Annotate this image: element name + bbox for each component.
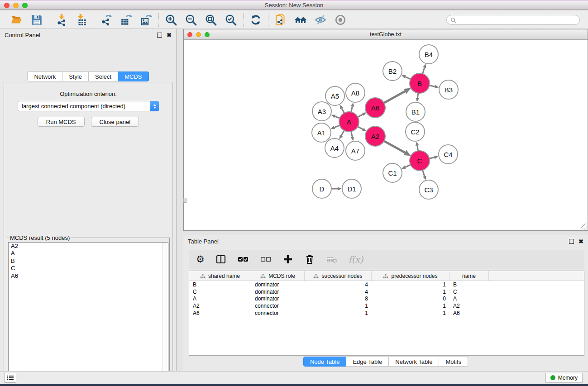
graph-node-C3[interactable]: C3 xyxy=(419,180,438,199)
import-table-icon[interactable] xyxy=(75,14,88,26)
tab-edge-table[interactable]: Edge Table xyxy=(346,357,389,367)
zoom-selected-icon[interactable] xyxy=(225,14,237,26)
graph-edge[interactable] xyxy=(358,114,363,117)
export-network-icon[interactable] xyxy=(100,14,113,26)
zoom-in-icon[interactable] xyxy=(165,14,177,26)
close-panel-button[interactable]: Close panel xyxy=(91,117,139,127)
table-row[interactable]: Cdominator41C xyxy=(189,288,584,295)
select-all-checkboxes-icon[interactable] xyxy=(237,253,249,265)
graph-edge[interactable] xyxy=(429,85,435,86)
table-cell[interactable]: connector xyxy=(251,310,305,316)
zoom-fit-icon[interactable] xyxy=(205,14,217,26)
graph-edge[interactable] xyxy=(383,91,405,103)
table-cell[interactable]: 1 xyxy=(305,303,372,309)
column-header[interactable]: name xyxy=(449,271,489,281)
graph-edge[interactable] xyxy=(335,125,340,128)
graph-node-A4[interactable]: A4 xyxy=(325,138,344,157)
float-panel-icon[interactable] xyxy=(157,33,162,38)
search-input[interactable] xyxy=(456,17,576,23)
table-cell[interactable]: 4 xyxy=(305,281,372,288)
tab-network-table[interactable]: Network Table xyxy=(389,357,439,367)
table-cell[interactable]: A xyxy=(449,295,489,302)
graph-node-D1[interactable]: D1 xyxy=(342,179,361,198)
table-cell[interactable]: 0 xyxy=(372,295,449,302)
result-list-item[interactable]: A6 xyxy=(9,272,168,280)
memory-button[interactable]: Memory xyxy=(545,373,583,383)
graph-edge[interactable] xyxy=(351,131,352,137)
graph-node-C[interactable]: C xyxy=(410,151,430,171)
network-window-titlebar[interactable]: testGlobe.txt xyxy=(184,29,588,40)
table-cell[interactable]: A6 xyxy=(449,310,489,316)
tab-motifs[interactable]: Motifs xyxy=(439,357,468,367)
gear-icon[interactable]: ⚙ xyxy=(196,253,205,265)
table-cell[interactable]: dominator xyxy=(251,289,305,295)
tab-network[interactable]: Network xyxy=(27,71,62,81)
criterion-select[interactable]: largest connected component (directed) xyxy=(18,101,159,111)
result-scrollbar[interactable] xyxy=(162,243,168,386)
graph-node-C1[interactable]: C1 xyxy=(383,163,402,182)
network-from-file-icon[interactable] xyxy=(274,14,287,26)
table-cell[interactable]: 1 xyxy=(305,310,372,316)
graph-edge[interactable] xyxy=(357,126,363,129)
graph-edge[interactable] xyxy=(422,68,424,74)
graph-edge[interactable] xyxy=(383,141,405,152)
open-session-icon[interactable] xyxy=(10,14,23,26)
home-icon[interactable] xyxy=(294,14,307,26)
zoom-out-icon[interactable] xyxy=(185,14,197,26)
graph-node-A8[interactable]: A8 xyxy=(346,83,365,102)
graph-edge[interactable] xyxy=(422,170,424,176)
table-cell[interactable]: C xyxy=(449,289,489,295)
table-cell[interactable]: 1 xyxy=(372,310,449,316)
table-row[interactable]: Adominator80A xyxy=(189,295,584,303)
float-table-panel-icon[interactable] xyxy=(569,239,574,244)
column-header[interactable]: MCDS role xyxy=(251,271,305,281)
table-cell[interactable]: C xyxy=(189,289,251,295)
graph-node-B2[interactable]: B2 xyxy=(383,62,402,81)
table-row[interactable]: Bdominator41B xyxy=(189,281,584,288)
tab-mcds[interactable]: MCDS xyxy=(118,71,148,81)
graph-node-A7[interactable]: A7 xyxy=(346,141,365,160)
graph-node-C2[interactable]: C2 xyxy=(406,122,425,141)
window-grip-icon[interactable] xyxy=(183,198,186,203)
table-cell[interactable]: A xyxy=(189,295,251,302)
tab-select[interactable]: Select xyxy=(89,71,118,81)
export-image-icon[interactable] xyxy=(140,14,153,26)
run-mcds-button[interactable]: Run MCDS xyxy=(38,117,85,127)
table-row[interactable]: A6connector11A6 xyxy=(189,310,584,317)
table-cell[interactable]: A2 xyxy=(449,303,489,309)
table-cell[interactable]: dominator xyxy=(251,295,305,302)
table-cell[interactable]: B xyxy=(189,281,251,288)
graph-node-C4[interactable]: C4 xyxy=(439,145,458,164)
graph-node-B1[interactable]: B1 xyxy=(406,102,425,121)
network-canvas[interactable]: B4B2BB3B1C2A5A8A6A3AA1A4A7A2CC4C1C3DD1 xyxy=(184,40,588,230)
graph-node-A5[interactable]: A5 xyxy=(325,86,344,105)
graph-node-A3[interactable]: A3 xyxy=(312,102,331,121)
delete-column-icon[interactable] xyxy=(304,253,315,265)
search-field[interactable] xyxy=(446,15,580,25)
graph-node-A1[interactable]: A1 xyxy=(312,123,331,142)
result-list-item[interactable]: A2 xyxy=(9,243,168,250)
export-table-icon[interactable] xyxy=(120,14,133,26)
result-list-item[interactable]: A xyxy=(9,250,168,257)
hide-panel-icon[interactable] xyxy=(314,14,327,26)
result-list-item[interactable]: B xyxy=(9,257,168,265)
table-cell[interactable]: 1 xyxy=(372,303,449,309)
tab-node-table[interactable]: Node Table xyxy=(303,357,347,367)
graph-node-B[interactable]: B xyxy=(410,73,430,93)
table-cell[interactable]: B xyxy=(449,281,489,288)
show-panel-icon[interactable] xyxy=(334,14,347,26)
close-panel-icon[interactable]: ✖ xyxy=(167,33,172,38)
graph-node-B4[interactable]: B4 xyxy=(419,45,438,64)
column-header[interactable]: predecessor nodes xyxy=(372,271,449,281)
table-cell[interactable]: 4 xyxy=(305,289,372,295)
column-header[interactable]: successor nodes xyxy=(305,271,372,281)
save-session-icon[interactable] xyxy=(30,14,43,26)
graph-edge[interactable] xyxy=(351,106,352,112)
refresh-icon[interactable] xyxy=(249,14,262,26)
delete-table-icon[interactable] xyxy=(326,253,338,265)
graph-edge[interactable] xyxy=(405,165,411,167)
table-cell[interactable]: 8 xyxy=(305,295,372,302)
tab-style[interactable]: Style xyxy=(62,71,89,81)
split-columns-icon[interactable] xyxy=(215,253,226,265)
table-cell[interactable]: dominator xyxy=(251,281,305,288)
